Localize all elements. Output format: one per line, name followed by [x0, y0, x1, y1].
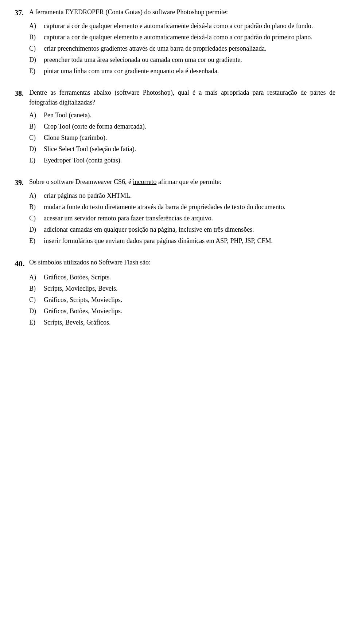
option-letter: E): [29, 156, 44, 165]
list-item: A) capturar a cor de qualquer elemento e…: [29, 21, 335, 31]
question-37: 37. A ferramenta EYEDROPER (Conta Gotas)…: [15, 7, 335, 76]
option-text: criar preenchimentos gradientes através …: [44, 44, 335, 54]
option-text: criar páginas no padrão XHTML.: [44, 191, 335, 201]
list-item: A) criar páginas no padrão XHTML.: [29, 191, 335, 201]
question-40: 40. Os símbolos utilizados no Software F…: [15, 258, 335, 327]
question-39-text: Sobre o software Dreamweaver CS6, é inco…: [29, 177, 335, 187]
option-text: Gráficos, Botões, Scripts.: [44, 272, 335, 282]
list-item: B) mudar a fonte do texto diretamente at…: [29, 202, 335, 212]
option-text: Gráficos, Scripts, Movieclips.: [44, 295, 335, 305]
question-39-options: A) criar páginas no padrão XHTML. B) mud…: [15, 191, 335, 246]
option-letter: C): [29, 133, 44, 143]
question-38-number: 38.: [15, 88, 29, 99]
question-39-number: 39.: [15, 177, 29, 188]
list-item: E) Scripts, Bevels, Gráficos.: [29, 318, 335, 327]
option-text: mudar a fonte do texto diretamente atrav…: [44, 202, 335, 212]
list-item: C) Gráficos, Scripts, Movieclips.: [29, 295, 335, 305]
list-item: B) Crop Tool (corte de forma demarcada).: [29, 122, 335, 131]
question-37-options: A) capturar a cor de qualquer elemento e…: [15, 21, 335, 76]
question-38: 38. Dentre as ferramentas abaixo (softwa…: [15, 88, 335, 165]
list-item: E) pintar uma linha com uma cor gradient…: [29, 66, 335, 76]
option-letter: D): [29, 306, 44, 316]
option-letter: D): [29, 225, 44, 235]
option-text: acessar um servidor remoto para fazer tr…: [44, 213, 335, 223]
option-text: capturar a cor de qualquer elemento e au…: [44, 32, 335, 42]
list-item: E) Eyedroper Tool (conta gotas).: [29, 156, 335, 165]
question-40-number: 40.: [15, 258, 29, 270]
list-item: D) Slice Select Tool (seleção de fatia).: [29, 144, 335, 154]
option-letter: B): [29, 32, 44, 42]
list-item: A) Pen Tool (caneta).: [29, 110, 335, 120]
list-item: D) adicionar camadas em qualquer posição…: [29, 225, 335, 235]
option-letter: C): [29, 295, 44, 305]
option-letter: B): [29, 202, 44, 212]
option-text: adicionar camadas em qualquer posição na…: [44, 225, 335, 235]
option-letter: B): [29, 284, 44, 294]
option-letter: D): [29, 144, 44, 154]
option-letter: A): [29, 21, 44, 31]
option-text: pintar uma linha com uma cor gradiente e…: [44, 66, 335, 76]
option-text: Scripts, Bevels, Gráficos.: [44, 318, 335, 327]
list-item: D) Gráficos, Botões, Movieclips.: [29, 306, 335, 316]
option-text: Gráficos, Botões, Movieclips.: [44, 306, 335, 316]
list-item: E) inserir formulários que enviam dados …: [29, 236, 335, 246]
list-item: C) Clone Stamp (carimbo).: [29, 133, 335, 143]
option-letter: A): [29, 191, 44, 201]
question-39-text-after: afirmar que ele permite:: [156, 178, 221, 185]
option-letter: C): [29, 213, 44, 223]
option-letter: A): [29, 272, 44, 282]
list-item: D) preencher toda uma área selecionada o…: [29, 55, 335, 65]
question-37-text: A ferramenta EYEDROPER (Conta Gotas) do …: [29, 7, 335, 17]
option-text: Slice Select Tool (seleção de fatia).: [44, 144, 335, 154]
question-38-text: Dentre as ferramentas abaixo (software P…: [29, 88, 335, 107]
option-text: Eyedroper Tool (conta gotas).: [44, 156, 335, 165]
list-item: C) acessar um servidor remoto para fazer…: [29, 213, 335, 223]
option-letter: E): [29, 236, 44, 246]
list-item: B) Scripts, Movieclips, Bevels.: [29, 284, 335, 294]
question-37-number: 37.: [15, 7, 29, 18]
option-text: Scripts, Movieclips, Bevels.: [44, 284, 335, 294]
question-38-options: A) Pen Tool (caneta). B) Crop Tool (cort…: [15, 110, 335, 165]
option-letter: C): [29, 44, 44, 54]
option-text: preencher toda uma área selecionada ou c…: [44, 55, 335, 65]
option-text: Clone Stamp (carimbo).: [44, 133, 335, 143]
question-39-underline-word: incorreto: [133, 178, 156, 185]
question-39-text-before: Sobre o software Dreamweaver CS6, é: [29, 178, 133, 185]
question-39: 39. Sobre o software Dreamweaver CS6, é …: [15, 177, 335, 246]
option-text: inserir formulários que enviam dados par…: [44, 236, 335, 246]
list-item: B) capturar a cor de qualquer elemento e…: [29, 32, 335, 42]
question-40-text: Os símbolos utilizados no Software Flash…: [29, 258, 335, 267]
option-letter: B): [29, 122, 44, 131]
option-text: Pen Tool (caneta).: [44, 110, 335, 120]
list-item: A) Gráficos, Botões, Scripts.: [29, 272, 335, 282]
option-text: Crop Tool (corte de forma demarcada).: [44, 122, 335, 131]
option-letter: E): [29, 66, 44, 76]
option-letter: A): [29, 110, 44, 120]
option-letter: E): [29, 318, 44, 327]
question-40-options: A) Gráficos, Botões, Scripts. B) Scripts…: [15, 272, 335, 327]
list-item: C) criar preenchimentos gradientes atrav…: [29, 44, 335, 54]
option-letter: D): [29, 55, 44, 65]
option-text: capturar a cor de qualquer elemento e au…: [44, 21, 335, 31]
